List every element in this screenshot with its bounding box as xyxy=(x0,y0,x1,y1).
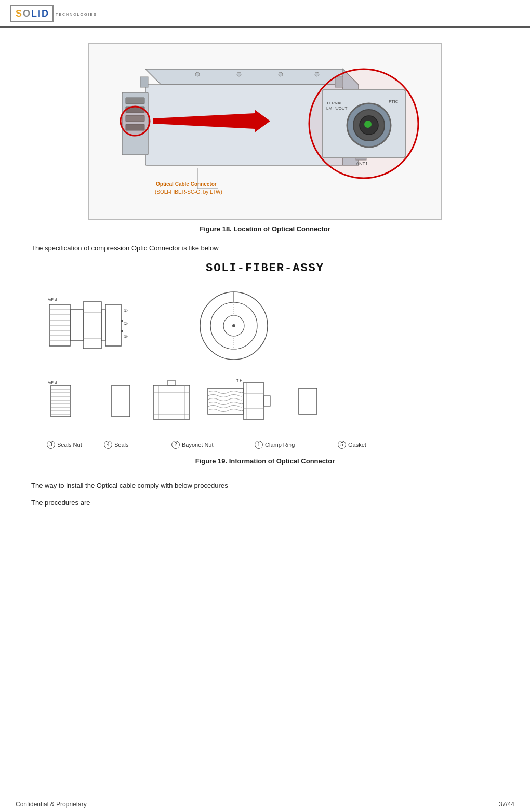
part1-svg: T-H xyxy=(205,378,283,424)
svg-text:③: ③ xyxy=(124,334,128,339)
procedures-text: The procedures are xyxy=(31,498,499,508)
svg-rect-40 xyxy=(70,310,83,341)
part4-svg xyxy=(104,378,138,424)
part-2-num: 2 xyxy=(171,441,180,449)
page-header: S O L i D TECHNOLOGIES xyxy=(0,0,530,28)
figure-19-caption: Figure 19. Information of Optical Connec… xyxy=(31,457,499,465)
svg-point-16 xyxy=(121,107,150,136)
svg-text:①: ① xyxy=(124,308,128,313)
part-4-drawing xyxy=(104,378,138,426)
figure-19-container: Figure 19. Information of Optical Connec… xyxy=(31,457,499,465)
part-4-label: Seals xyxy=(114,442,129,448)
part-5-drawing xyxy=(294,378,322,426)
svg-text:A/F-d: A/F-d xyxy=(48,381,57,384)
part-1-label: Clamp Ring xyxy=(265,442,295,448)
figure-18-caption: Figure 18. Location of Optical Connector xyxy=(200,225,330,233)
svg-point-15 xyxy=(315,72,319,76)
svg-text:ANT1: ANT1 xyxy=(356,161,368,166)
part-5-label: Gasket xyxy=(348,442,366,448)
logo-subtitle: TECHNOLOGIES xyxy=(56,12,97,16)
svg-point-55 xyxy=(232,324,235,327)
part-1-num: 1 xyxy=(255,441,263,449)
part2-svg xyxy=(148,378,195,424)
svg-rect-45 xyxy=(105,304,121,346)
part-3-num: 3 xyxy=(47,441,55,449)
svg-rect-76 xyxy=(208,388,243,414)
svg-rect-59 xyxy=(51,385,71,417)
part5-svg xyxy=(294,378,322,424)
part-3-label: Seals Nut xyxy=(57,442,82,448)
footer-page-number: 37/44 xyxy=(499,801,514,808)
side-view-svg: A/F-d ① ② ③ xyxy=(47,291,171,359)
logo-l: L xyxy=(31,8,37,19)
svg-text:PTIC: PTIC xyxy=(389,99,398,104)
figure-18-image: TERNAL LM IN/OUT PTIC ANT1 Optical Cable… xyxy=(88,43,442,220)
page-footer: Confidential & Proprietary 37/44 xyxy=(0,796,530,812)
svg-point-14 xyxy=(279,72,283,76)
svg-marker-0 xyxy=(145,69,359,85)
svg-rect-41 xyxy=(83,302,101,349)
part-label-5: 5 Gasket xyxy=(338,441,366,449)
part-1-drawing: T-H xyxy=(205,378,283,426)
svg-text:LM IN/OUT: LM IN/OUT xyxy=(326,106,348,111)
side-view-drawing: A/F-d ① ② ③ xyxy=(47,291,171,361)
svg-rect-50 xyxy=(121,320,123,322)
svg-point-25 xyxy=(364,121,372,128)
parts-labels-row: 3 Seals Nut 4 Seals 2 Bayonet Nut 1 Clam… xyxy=(47,441,499,449)
logo-box: S O L i D xyxy=(10,5,54,22)
svg-rect-69 xyxy=(112,385,130,417)
svg-text:TERNAL: TERNAL xyxy=(326,101,343,105)
logo: S O L i D TECHNOLOGIES xyxy=(10,5,97,22)
part-2-drawing xyxy=(148,378,195,426)
logo-i: i xyxy=(38,8,41,19)
logo-s: S xyxy=(16,8,22,19)
drawings-row-2: A/F-d xyxy=(47,378,322,426)
footer-confidential: Confidential & Proprietary xyxy=(16,801,87,808)
svg-text:Optical Cable Connector: Optical Cable Connector xyxy=(156,181,217,187)
part-5-num: 5 xyxy=(338,441,346,449)
svg-text:T-H: T-H xyxy=(236,379,242,382)
page-content: TERNAL LM IN/OUT PTIC ANT1 Optical Cable… xyxy=(0,28,530,526)
part-3-drawing: A/F-d xyxy=(47,378,94,426)
svg-rect-81 xyxy=(264,396,270,406)
logo-o: O xyxy=(23,8,30,19)
svg-rect-51 xyxy=(121,330,123,332)
svg-point-13 xyxy=(237,72,241,76)
part-4-num: 4 xyxy=(104,441,112,449)
part-label-4: 4 Seals xyxy=(104,441,166,449)
part3-svg: A/F-d xyxy=(47,378,94,424)
svg-rect-77 xyxy=(243,383,264,419)
svg-text:(SOLI-FIBER-SC-G, by LTW): (SOLI-FIBER-SC-G, by LTW) xyxy=(155,189,222,195)
svg-text:②: ② xyxy=(124,321,128,326)
part-label-3: 3 Seals Nut xyxy=(47,441,99,449)
svg-rect-3 xyxy=(140,77,148,87)
svg-rect-8 xyxy=(126,98,144,104)
figure-18-container: TERNAL LM IN/OUT PTIC ANT1 Optical Cable… xyxy=(31,43,499,233)
svg-text:A/F-d: A/F-d xyxy=(48,298,57,301)
fiber-assy-title: SOLI-FIBER-ASSY xyxy=(31,262,499,275)
technical-drawings: A/F-d ① ② ③ xyxy=(47,285,499,449)
part-2-label: Bayonet Nut xyxy=(182,442,214,448)
part-label-1: 1 Clamp Ring xyxy=(255,441,333,449)
svg-rect-83 xyxy=(299,388,317,414)
spec-intro-text: The specification of compression Optic C… xyxy=(31,243,499,254)
install-intro-text: The way to install the Optical cable com… xyxy=(31,481,499,491)
logo-d: D xyxy=(42,8,48,19)
front-view-drawing xyxy=(192,285,275,367)
svg-point-12 xyxy=(195,72,200,76)
optical-connector-diagram: TERNAL LM IN/OUT PTIC ANT1 Optical Cable… xyxy=(94,48,436,215)
drawings-row-1: A/F-d ① ② ③ xyxy=(47,285,275,367)
front-view-svg xyxy=(192,285,275,366)
svg-rect-44 xyxy=(101,310,105,341)
part-label-2: 2 Bayonet Nut xyxy=(171,441,249,449)
svg-rect-70 xyxy=(168,380,175,385)
